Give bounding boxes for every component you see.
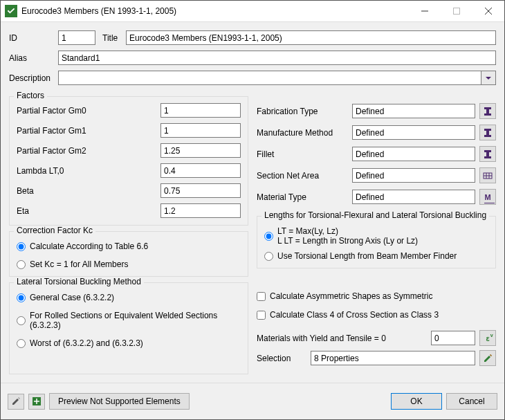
material-type-value: Defined [352, 190, 475, 204]
def-row: Fabrication TypeDefined [257, 103, 496, 119]
lengths-opt2[interactable]: Use Torsional Length from Beam Member Fi… [264, 251, 488, 261]
lengths-opt1-line2: L LT = Length in Strong Axis (Ly or Lz) [277, 236, 418, 246]
check-asymmetric[interactable]: Calculate Asymmetric Shapes as Symmetric [257, 291, 496, 301]
pencil-icon [483, 354, 493, 363]
def-row: FilletDefined [257, 146, 496, 162]
manufacture-method-button[interactable] [479, 125, 496, 140]
id-input[interactable] [58, 30, 95, 45]
left-column: Factors Partial Factor Gm0 Partial Facto… [9, 91, 248, 374]
materials-row: Materials with Yield and Tensile = 0 εv [257, 330, 496, 346]
lengths-opt1-line1: LT = Max(Ly, Lz) [277, 226, 338, 236]
description-label: Description [9, 73, 54, 83]
factor-row: Beta [17, 183, 241, 198]
def-label: Section Net Area [257, 171, 348, 181]
ok-button[interactable]: OK [391, 393, 442, 410]
kc-opt1-radio[interactable] [17, 242, 26, 251]
materials-input[interactable] [431, 331, 475, 345]
selection-label: Selection [257, 354, 306, 363]
lengths-legend: Lengths for Torsional-Flexural and Later… [261, 210, 489, 220]
kc-opt2-label: Set Kc = 1 for All Members [30, 259, 128, 269]
ltb-opt1-radio[interactable] [17, 293, 26, 302]
sheet-tool-button[interactable] [28, 394, 45, 410]
titlebar[interactable]: Eurocode3 Members (EN 1993-1-1, 2005) [1, 1, 504, 22]
id-title-row: ID Title [9, 30, 496, 45]
factor-gm2-input[interactable] [160, 143, 241, 158]
app-check-icon [5, 5, 17, 17]
svg-rect-0 [421, 11, 428, 12]
factor-beta-input[interactable] [160, 183, 241, 198]
section-net-area-button[interactable] [479, 167, 496, 183]
maximize-button [441, 1, 472, 21]
factor-label: Beta [17, 186, 160, 196]
kc-opt1-label: Calculate According to Table 6.6 [30, 241, 148, 251]
lengths-opt1-radio[interactable] [264, 232, 273, 241]
kc-group: Correction Factor Kc Calculate According… [9, 231, 248, 277]
check-asymmetric-label: Calculate Asymmetric Shapes as Symmetric [270, 291, 432, 301]
minimize-button[interactable] [409, 1, 441, 21]
title-input[interactable] [126, 30, 496, 45]
lengths-opt1[interactable]: LT = Max(Ly, Lz) L LT = Length in Strong… [264, 226, 488, 246]
def-label: Material Type [257, 192, 348, 202]
ltb-opt3-label: Worst of (6.3.2.2) and (6.3.2.3) [30, 338, 143, 348]
right-column: Fabrication TypeDefined Manufacture Meth… [257, 91, 496, 374]
section-net-area-value: Defined [352, 168, 475, 183]
factor-label: Lambda LT,0 [17, 166, 160, 176]
ltb-opt2-radio[interactable] [17, 316, 26, 325]
factors-group: Factors Partial Factor Gm0 Partial Facto… [9, 96, 248, 226]
factor-row: Partial Factor Gm2 [17, 143, 241, 158]
fillet-value: Defined [352, 147, 475, 161]
factor-gm0-input[interactable] [160, 103, 241, 118]
factor-row: Eta [17, 203, 241, 218]
materials-label: Materials with Yield and Tensile = 0 [257, 334, 427, 343]
ltb-opt3[interactable]: Worst of (6.3.2.2) and (6.3.2.3) [17, 338, 241, 348]
ibeam-icon [483, 107, 493, 116]
ev-icon: εv [486, 334, 489, 343]
description-row: Description [9, 71, 496, 85]
fabrication-type-value: Defined [352, 104, 475, 118]
check-asymmetric-box[interactable] [257, 292, 266, 301]
selection-value: 8 Properties [311, 351, 475, 365]
factor-row: Partial Factor Gm0 [17, 103, 241, 118]
ltb-opt1[interactable]: General Case (6.3.2.2) [17, 293, 241, 302]
kc-opt2-radio[interactable] [17, 260, 26, 269]
ltb-opt1-label: General Case (6.3.2.2) [30, 293, 114, 302]
factor-eta-input[interactable] [160, 203, 241, 218]
def-label: Fabrication Type [257, 107, 348, 116]
ltb-opt2-label: For Rolled Sections or Equivalent Welded… [30, 311, 241, 330]
ltb-opt3-radio[interactable] [17, 339, 26, 348]
cancel-button[interactable]: Cancel [446, 393, 497, 410]
kc-opt1[interactable]: Calculate According to Table 6.6 [17, 241, 241, 251]
title-label: Title [102, 33, 122, 43]
check-class4-box[interactable] [257, 311, 266, 320]
alias-label: Alias [9, 53, 54, 63]
selection-edit-button[interactable] [479, 350, 496, 366]
window-title: Eurocode3 Members (EN 1993-1-1, 2005) [21, 6, 409, 16]
edit-tool-button[interactable] [8, 394, 24, 410]
def-label: Manufacture Method [257, 128, 348, 138]
factor-label: Partial Factor Gm1 [17, 126, 160, 136]
ltb-opt2[interactable]: For Rolled Sections or Equivalent Welded… [17, 311, 241, 330]
fabrication-type-button[interactable] [479, 103, 496, 119]
grid-icon [483, 171, 493, 181]
close-button[interactable] [472, 1, 504, 21]
pencil-icon [11, 396, 21, 406]
factor-label: Partial Factor Gm0 [17, 106, 160, 116]
kc-opt2[interactable]: Set Kc = 1 for All Members [17, 259, 241, 269]
lengths-opt2-label: Use Torsional Length from Beam Member Fi… [277, 251, 457, 261]
factor-lambda-input[interactable] [160, 163, 241, 178]
id-label: ID [9, 33, 54, 43]
dialog-window: Eurocode3 Members (EN 1993-1-1, 2005) ID… [0, 0, 505, 420]
factor-gm1-input[interactable] [160, 123, 241, 138]
material-type-button[interactable]: M [479, 189, 496, 205]
description-combo[interactable] [58, 71, 496, 85]
lengths-opt2-radio[interactable] [264, 252, 273, 261]
alias-input[interactable] [58, 51, 496, 65]
fillet-button[interactable] [479, 146, 496, 162]
materials-button[interactable]: εv [479, 330, 496, 346]
check-class4[interactable]: Calculate Class 4 of Cross Section as Cl… [257, 310, 496, 320]
preview-button[interactable]: Preview Not Supported Elements [49, 393, 190, 410]
chevron-down-icon [481, 71, 495, 84]
bottom-bar: Preview Not Supported Elements OK Cancel [1, 383, 504, 419]
factor-row: Lambda LT,0 [17, 163, 241, 178]
m-icon: M [484, 193, 490, 201]
